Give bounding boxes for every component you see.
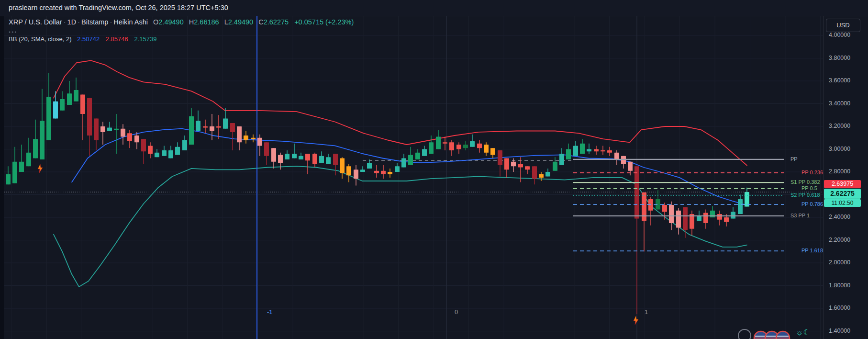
candle-body [94,118,99,140]
candle-body [724,217,729,222]
candle-body [463,145,468,148]
candle-body [40,121,45,159]
candle-body [33,139,38,158]
price-tick-label: 2.00000 [829,259,850,266]
candle-body [100,126,105,132]
candle-body [607,150,612,153]
alert-price-tag: 2.63975 [824,180,861,188]
price-tick-label: 3.20000 [829,123,850,129]
price-tick-label: 1.40000 [829,328,850,334]
candle-body [669,205,674,223]
interval[interactable]: 1D [67,18,77,26]
candle-body [518,164,523,167]
price-chart-canvas[interactable]: ☼☾ [0,0,868,339]
candle-body [292,154,297,158]
candle-body [216,126,221,127]
change-value: +0.05715 (+2.23%) [294,18,354,26]
price-tick-label: 4.00000 [829,32,850,38]
candle-body [477,144,482,148]
sun-moon-icon: ☼☾ [796,328,811,337]
bb-upper-line [54,60,747,165]
candle-body [731,212,735,218]
candle-body [168,150,173,158]
bb-upper-value: 2.85746 [106,35,128,43]
high-value: 2.66186 [194,18,219,26]
pivot-label: PP 0.236 [801,170,823,175]
close-label: C [258,18,263,26]
candle-body [614,153,619,159]
chart-window: praslearn created with TradingView.com, … [0,0,868,339]
candle-body [46,97,51,140]
exchange[interactable]: Bitstamp [81,18,108,26]
candle-body [634,166,639,218]
candle-body [155,153,159,158]
price-tick-label: 1.60000 [829,305,850,311]
bb-legend-row[interactable]: BB (20, SMA, close, 2) 2.50742 2.85746 2… [9,35,354,43]
candle-body [278,155,283,163]
price-tick-label: 3.80000 [829,55,850,61]
candle-body [381,171,386,174]
candle-body [26,153,31,167]
candle-body [401,158,406,168]
candle-body [388,172,392,174]
pivot-label: S3 PP 1 [790,213,810,218]
candle-body [354,170,358,179]
candle-body [53,102,58,119]
candle-body [264,142,269,156]
candle-body [449,142,454,150]
candle-body [326,157,331,164]
symbol-legend-row[interactable]: XRP / U.S. Dollar·1D·Bitstamp·Heikin Ash… [9,18,354,26]
month-label: 1 [645,308,648,316]
candle-body [429,142,434,154]
candle-body [408,155,413,165]
month-label: 0 [455,308,458,316]
candle-body [594,149,599,152]
candle-body [257,138,262,146]
bb-lower-line [54,166,747,287]
candle-body [12,162,17,183]
price-tick-label: 1.80000 [829,282,850,289]
pivot-label: S2 PP 0.618 [790,192,820,198]
candle-body [237,126,242,142]
candle-body [504,158,509,170]
candle-body [545,172,550,177]
candle-body [203,126,208,127]
candle-body [134,136,139,142]
candle-body [87,98,92,136]
candle-body [456,145,461,149]
candle-body [498,150,502,165]
pivot-label: PP 0.786 [801,201,823,207]
candle-body [6,174,11,184]
candle-body [19,162,24,172]
candle-body [74,90,78,102]
candle-body [566,149,571,159]
candle-body [182,140,187,150]
candle-body [333,154,338,165]
candle-body [162,150,167,156]
bb-label[interactable]: BB (20, SMA, close, 2) [9,35,72,43]
candle-body [189,116,194,145]
low-label: L [224,18,228,26]
candle-body [422,149,427,156]
chart-style[interactable]: Heikin Ashi [113,18,148,26]
candle-body [662,205,667,212]
candle-body [490,148,495,155]
candle-body [395,166,400,172]
candle-body [532,166,537,179]
symbol-title[interactable]: XRP / U.S. Dollar [9,18,62,26]
legend-more-button[interactable]: ... [9,28,354,33]
currency-toggle-button[interactable]: USD [826,19,860,32]
candle-body [580,144,585,154]
candle-body [223,118,228,128]
candle-body [114,129,119,130]
bb-lower-value: 2.15739 [134,35,156,43]
candle-body [67,93,72,105]
pivot-label: S1 PP 0.382 [790,179,820,185]
candle-body [319,156,324,163]
bb-basis-value: 2.50742 [77,35,100,43]
open-value: 2.49490 [158,18,183,26]
candle-body [553,162,557,171]
candle-body [717,214,722,220]
price-tick-label: 3.40000 [829,100,850,107]
candle-body [340,158,345,173]
